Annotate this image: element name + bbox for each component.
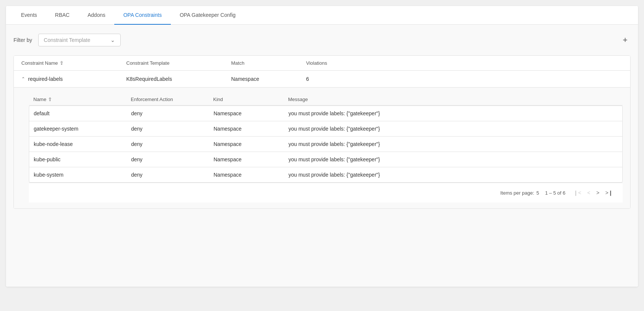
content-area: Filter by Constraint Template ⌄ + Constr… — [6, 25, 638, 287]
sub-row-enforcement: deny — [131, 110, 214, 116]
add-button[interactable]: + — [620, 34, 631, 46]
sub-row-enforcement: deny — [131, 141, 214, 147]
row-template-cell: K8sRequiredLabels — [126, 76, 231, 82]
column-headers: Constraint Name ⇧ Constraint Template Ma… — [14, 56, 630, 71]
page-nav-buttons: ❙< < > >❙ — [571, 188, 615, 197]
row-name-cell: ⌃ required-labels — [21, 76, 126, 82]
first-page-button[interactable]: ❙< — [571, 188, 583, 197]
tab-events[interactable]: Events — [12, 6, 46, 25]
list-item: gatekeeper-system deny Namespace you mus… — [29, 121, 622, 137]
tab-opa-constraints[interactable]: OPA Constraints — [114, 6, 170, 25]
constraint-template-placeholder: Constraint Template — [44, 37, 90, 43]
filter-label: Filter by — [13, 37, 32, 43]
sub-row-message: you must provide labels: {"gatekeeper"} — [288, 156, 618, 162]
list-item: default deny Namespace you must provide … — [29, 106, 622, 121]
sub-row-enforcement: deny — [131, 156, 214, 162]
list-item: kube-node-lease deny Namespace you must … — [29, 137, 622, 152]
main-table-card: Constraint Name ⇧ Constraint Template Ma… — [13, 55, 631, 209]
col-header-violations: Violations — [306, 60, 381, 66]
sub-row-kind: Namespace — [214, 172, 288, 178]
sub-col-header-message: Message — [288, 97, 618, 102]
filter-bar: Filter by Constraint Template ⌄ + — [13, 34, 631, 46]
sub-row-kind: Namespace — [214, 156, 288, 162]
col-header-constraint-template: Constraint Template — [126, 60, 231, 66]
sub-row-name: gatekeeper-system — [34, 126, 131, 132]
next-page-button[interactable]: > — [594, 188, 602, 197]
chevron-down-icon: ⌄ — [111, 37, 115, 43]
col-header-constraint-name: Constraint Name ⇧ — [21, 60, 126, 66]
pagination-range: 1 – 5 of 6 — [545, 190, 565, 196]
sub-row-name: kube-system — [34, 172, 131, 178]
sub-row-kind: Namespace — [214, 110, 288, 116]
sub-column-headers: Name ⇧ Enforcement Action Kind Message — [29, 94, 623, 106]
tab-rbac[interactable]: RBAC — [46, 6, 79, 25]
list-item: kube-system deny Namespace you must prov… — [29, 167, 622, 182]
sub-col-header-enforcement: Enforcement Action — [131, 97, 213, 102]
constraint-template-dropdown[interactable]: Constraint Template ⌄ — [38, 34, 121, 46]
sub-sort-asc-icon: ⇧ — [48, 97, 52, 102]
sub-row-kind: Namespace — [214, 141, 288, 147]
list-item: kube-public deny Namespace you must prov… — [29, 152, 622, 167]
sub-col-header-kind: Kind — [213, 97, 288, 102]
sub-row-name: kube-node-lease — [34, 141, 131, 147]
page-wrapper: Events RBAC Addons OPA Constraints OPA G… — [6, 6, 638, 287]
tab-addons[interactable]: Addons — [79, 6, 114, 25]
pagination-bar: Items per page: 5 1 – 5 of 6 ❙< < > >❙ — [29, 183, 623, 202]
row-match-cell: Namespace — [231, 76, 306, 82]
sub-row-enforcement: deny — [131, 172, 214, 178]
sub-row-message: you must provide labels: {"gatekeeper"} — [288, 126, 618, 132]
last-page-button[interactable]: >❙ — [603, 188, 615, 197]
sub-row-kind: Namespace — [214, 126, 288, 132]
expand-icon[interactable]: ⌃ — [21, 76, 25, 82]
tab-bar: Events RBAC Addons OPA Constraints OPA G… — [6, 6, 638, 25]
sub-table-container: Name ⇧ Enforcement Action Kind Message — [14, 88, 630, 208]
sub-row-message: you must provide labels: {"gatekeeper"} — [288, 141, 618, 147]
sub-row-message: you must provide labels: {"gatekeeper"} — [288, 110, 618, 116]
col-header-match: Match — [231, 60, 306, 66]
filter-left: Filter by Constraint Template ⌄ — [13, 34, 121, 46]
sub-row-message: you must provide labels: {"gatekeeper"} — [288, 172, 618, 178]
items-per-page-label: Items per page: — [500, 190, 534, 196]
table-row-required-labels[interactable]: ⌃ required-labels K8sRequiredLabels Name… — [14, 71, 630, 88]
row-violations-cell: 6 — [306, 76, 381, 82]
tab-opa-gatekeeper[interactable]: OPA Gatekeeper Config — [171, 6, 245, 25]
sub-row-name: kube-public — [34, 156, 131, 162]
sub-row-enforcement: deny — [131, 126, 214, 132]
sub-col-header-name: Name ⇧ — [33, 97, 131, 102]
pagination-info: Items per page: 5 — [500, 190, 539, 196]
sub-row-name: default — [34, 110, 131, 116]
prev-page-button[interactable]: < — [585, 188, 592, 197]
sub-table-inner: default deny Namespace you must provide … — [29, 106, 623, 183]
row-name: required-labels — [28, 76, 63, 82]
items-per-page-value: 5 — [536, 190, 539, 196]
sort-asc-icon: ⇧ — [60, 60, 64, 66]
